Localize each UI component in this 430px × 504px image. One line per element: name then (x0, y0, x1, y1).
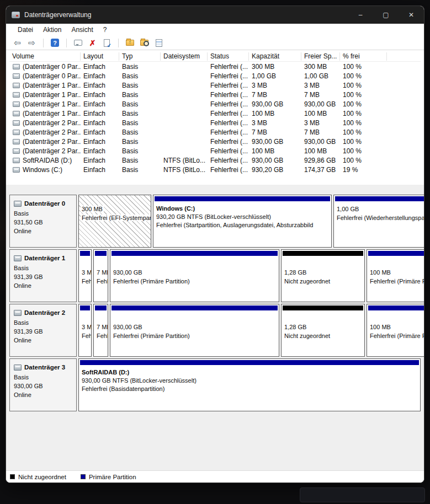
cell-dateisystem: NTFS (BitLo... (161, 166, 208, 174)
cell-frei: 929,86 GB (301, 157, 340, 164)
partition-primary[interactable]: 1,00 GB Fehlerfrei (Wiederherstellungspa… (333, 195, 424, 248)
cell-kapazitaet: 930,00 GB (249, 100, 301, 108)
partition-size: 7 MB (97, 268, 105, 277)
column-header-volume[interactable]: Volume (9, 52, 81, 61)
close-button[interactable]: ✕ (399, 6, 424, 24)
properties-button[interactable] (153, 37, 164, 49)
menu-item-ansicht[interactable]: Ansicht (66, 25, 98, 35)
disk-status: Online (14, 336, 72, 345)
menu-item-aktion[interactable]: Aktion (38, 25, 66, 35)
speech-bubble-icon (74, 40, 82, 46)
partition-unallocated[interactable]: 1,28 GB Nicht zugeordnet (281, 249, 365, 302)
title-bar[interactable]: Datenträgerverwaltung – ▢ ✕ (6, 6, 424, 24)
disk-label[interactable]: Datenträger 3 Basis 930,00 GB Online (9, 358, 77, 411)
partition-primary[interactable]: 3 MB Fehlerfrei (78, 249, 92, 302)
partition-color-bar (368, 251, 424, 256)
partition-status: Fehlerfrei (Basisdatenpartition) (82, 385, 418, 393)
partition-primary[interactable]: 3 MB Fehlerfrei (78, 304, 92, 357)
cell-status: Fehlerfrei (... (208, 147, 249, 155)
maximize-button[interactable]: ▢ (373, 6, 399, 24)
disk-icon (14, 310, 22, 316)
cell-pct: 100 % (340, 91, 387, 99)
table-row[interactable]: (Datenträger 1 Par... Einfach Basis Fehl… (9, 90, 421, 99)
partition-primary[interactable]: SoftRAIDAB (D:) 930,00 GB NTFS (BitLocke… (78, 358, 421, 411)
menu-item-datei[interactable]: Datei (13, 25, 38, 35)
partition-primary[interactable]: 100 MB Fehlerfrei (Primäre Partition) (367, 304, 424, 357)
cell-typ: Basis (119, 110, 161, 117)
cell-frei: 7 MB (301, 91, 340, 99)
partition-primary[interactable]: 930,00 GB Fehlerfrei (Primäre Partition) (110, 304, 279, 357)
delete-button[interactable]: ✗ (87, 37, 98, 49)
volume-icon (13, 73, 20, 79)
column-header-typ[interactable]: Typ (119, 52, 161, 61)
cell-frei: 930,00 GB (301, 138, 340, 146)
table-row[interactable]: (Datenträger 2 Par... Einfach Basis Fehl… (9, 137, 421, 146)
cell-volume: Windows (C:) (23, 166, 62, 174)
column-header-kapazitaet[interactable]: Kapazität (249, 52, 301, 61)
column-header-dateisystem[interactable]: Dateisystem (161, 52, 208, 61)
cell-layout: Einfach (81, 72, 119, 80)
legend-label: Nicht zugeordnet (18, 474, 66, 480)
disk-label[interactable]: Datenträger 0 Basis 931,50 GB Online (9, 195, 77, 248)
partition-status: Fehlerfrei (EFI-Systempartition) (81, 215, 151, 221)
cell-layout: Einfach (81, 82, 119, 89)
disk-label[interactable]: Datenträger 1 Basis 931,39 GB Online (9, 249, 77, 302)
partition-unallocated[interactable]: 1,28 GB Nicht zugeordnet (281, 304, 365, 357)
partition-status: Fehlerfrei (Primäre Partition) (370, 331, 424, 340)
table-row[interactable]: (Datenträger 1 Par... Einfach Basis Fehl… (9, 99, 421, 109)
partition-primary[interactable]: 930,00 GB Fehlerfrei (Primäre Partition) (110, 249, 279, 302)
help-button[interactable]: ? (49, 37, 61, 49)
menu-item-hilfe[interactable]: ? (98, 25, 112, 35)
taskbar-fragment[interactable] (300, 487, 425, 502)
partition-size: 300 MB (81, 206, 104, 212)
partition-size: 7 MB (97, 323, 105, 331)
disk-name-text: Datenträger 3 (24, 363, 65, 372)
table-row[interactable]: (Datenträger 1 Par... Einfach Basis Fehl… (9, 81, 421, 90)
partition-primary[interactable]: 7 MB Fehlerfrei (93, 249, 108, 302)
disk-size: 931,50 GB (14, 218, 72, 227)
explore-button[interactable] (139, 37, 150, 49)
disk-row-3: Datenträger 3 Basis 930,00 GB Online Sof… (9, 358, 421, 411)
volume-icon (13, 139, 20, 144)
partition-efi[interactable]: 300 MB Fehlerfrei (EFI-Systempartition) (78, 195, 151, 248)
partition-primary[interactable]: 100 MB Fehlerfrei (Primäre Partition) (367, 249, 424, 302)
partition-color-bar (95, 251, 107, 256)
table-row[interactable]: (Datenträger 0 Par... Einfach Basis Fehl… (9, 71, 421, 81)
partition-title: Windows (C:) (156, 205, 329, 213)
table-row[interactable]: (Datenträger 2 Par... Einfach Basis Fehl… (9, 127, 421, 137)
partition-primary[interactable]: 7 MB Fehlerfrei (93, 304, 108, 357)
open-parent-button[interactable] (124, 37, 136, 49)
column-header-freier-sp[interactable]: Freier Sp... (301, 52, 340, 61)
table-row[interactable]: Windows (C:) Einfach Basis NTFS (BitLo..… (9, 165, 421, 174)
cell-kapazitaet: 100 MB (249, 147, 301, 155)
disk-label[interactable]: Datenträger 2 Basis 931,39 GB Online (9, 304, 77, 357)
cell-frei: 300 MB (301, 63, 340, 71)
table-row[interactable]: (Datenträger 2 Par... Einfach Basis Fehl… (9, 118, 421, 127)
check-volume-button[interactable] (101, 37, 113, 49)
cell-layout: Einfach (81, 100, 119, 108)
partition-color-bar (80, 251, 90, 256)
column-header-status[interactable]: Status (208, 52, 249, 61)
cell-frei: 1,00 GB (301, 72, 340, 80)
cell-typ: Basis (119, 63, 161, 71)
table-row[interactable]: (Datenträger 2 Par... Einfach Basis Fehl… (9, 146, 421, 156)
back-button[interactable]: ⇦ (12, 37, 23, 49)
minimize-button[interactable]: – (348, 6, 373, 24)
column-header-blank (387, 52, 421, 61)
cell-typ: Basis (119, 72, 161, 80)
column-header-pct-frei[interactable]: % frei (340, 52, 387, 61)
disk-type: Basis (14, 209, 72, 218)
partition-status: Fehlerfrei (Primäre Partition) (113, 277, 277, 286)
partition-color-bar (95, 305, 107, 310)
column-header-layout[interactable]: Layout (81, 52, 119, 61)
table-row[interactable]: SoftRAIDAB (D:) Einfach Basis NTFS (BitL… (9, 156, 421, 165)
context-help-button[interactable] (72, 37, 84, 49)
partition-primary[interactable]: Windows (C:) 930,20 GB NTFS (BitLocker-v… (153, 195, 332, 248)
partition-status: Nicht zugeordnet (284, 331, 362, 340)
disk-partitions: 300 MB Fehlerfrei (EFI-Systempartition) … (78, 195, 424, 248)
partition-size: 930,20 GB NTFS (BitLocker-verschlüsselt) (156, 213, 329, 221)
cell-typ: Basis (119, 166, 161, 174)
forward-button[interactable]: ⇨ (26, 37, 38, 49)
table-row[interactable]: (Datenträger 0 Par... Einfach Basis Fehl… (9, 62, 421, 71)
table-row[interactable]: (Datenträger 1 Par... Einfach Basis Fehl… (9, 109, 421, 118)
